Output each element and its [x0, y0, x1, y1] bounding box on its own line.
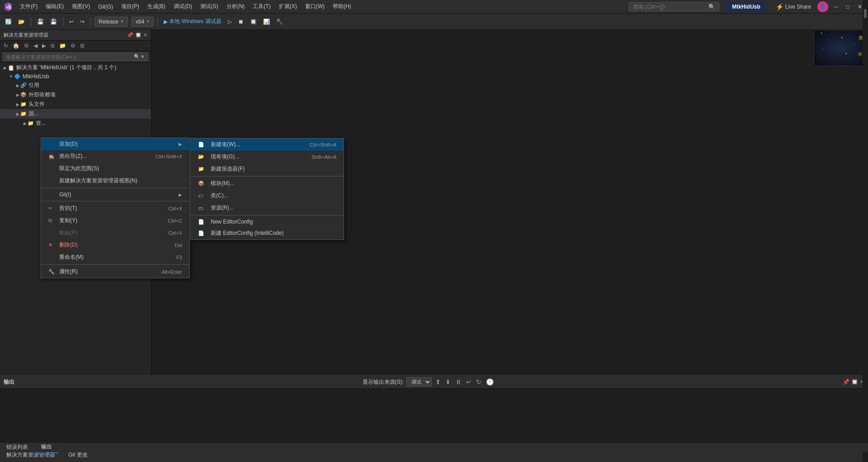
home-icon[interactable]: 🏠: [11, 42, 21, 50]
submenu-resource[interactable]: 🗃 资源(R)...: [191, 202, 344, 214]
menu-item-debug[interactable]: 调试(D): [170, 1, 196, 12]
menu-item-git[interactable]: Git(G): [94, 2, 117, 12]
external-deps-item[interactable]: ▶ 📦 外部依赖项: [0, 90, 151, 100]
output-btn-1[interactable]: ⬆: [434, 377, 442, 386]
menu-item-window[interactable]: 窗口(W): [302, 1, 328, 12]
output-source-select[interactable]: 调试: [406, 377, 432, 386]
toolbar-btn-new[interactable]: 🔄: [3, 17, 14, 26]
submenu-module[interactable]: 📦 模块(M)...: [191, 177, 344, 190]
output-btn-3[interactable]: ⏸: [454, 377, 462, 386]
ctx-item-cut[interactable]: ✂ 剪切(T) Ctrl+X: [41, 202, 189, 214]
maximize-button[interactable]: □: [844, 2, 852, 11]
menu-item-project[interactable]: 项目(P): [118, 1, 143, 12]
output-panel: 输出 显示输出来源(S): 调试 ⬆ ⬇ ⏸ ↵ ↻ 🕐 📌 🔲 ✕: [0, 375, 868, 448]
toolbar-btn-open[interactable]: 📂: [16, 17, 27, 26]
menu-item-view[interactable]: 视图(V): [68, 1, 94, 12]
menu-item-build[interactable]: 生成(B): [144, 1, 169, 12]
menu-item-help[interactable]: 帮助(H): [329, 1, 355, 12]
toolbar-btn-redo[interactable]: ↪: [78, 17, 87, 26]
ctx-item-rename[interactable]: 重命名(M) F2: [41, 251, 189, 263]
header-files-label: 头文件: [28, 100, 45, 108]
properties-icon: 🔧: [48, 269, 57, 275]
ctx-item-add[interactable]: 添加(D) ▶ 📄 新建项(W)... Ctrl+Shift+A 📂 现有项(G…: [41, 138, 189, 150]
submenu-class[interactable]: 🏷 类(C)...: [191, 190, 344, 202]
toolbar-separator-1: [31, 17, 31, 26]
ctx-item-paste[interactable]: 粘贴(P) Ctrl+V: [41, 227, 189, 239]
resource-icon: 🗃: [198, 205, 207, 211]
output-panel-pin-icon[interactable]: 📌: [843, 379, 849, 385]
header-files-item[interactable]: ▶ 📁 头文件: [0, 100, 151, 109]
arch-dropdown[interactable]: x64 ▼: [132, 17, 154, 27]
output-scrollbar[interactable]: [863, 0, 868, 462]
menu-item-analyze[interactable]: 分析(N): [223, 1, 249, 12]
context-menu: 添加(D) ▶ 📄 新建项(W)... Ctrl+Shift+A 📂 现有项(G…: [41, 138, 190, 278]
submenu-new-editorconfig-intellicode[interactable]: 📄 新建 EditorConfig (IntelliCode): [191, 227, 344, 239]
output-panel-dock-icon[interactable]: 🔲: [851, 379, 858, 385]
ctx-item-copy[interactable]: ⧉ 复制(Y) Ctrl+C: [41, 214, 189, 227]
source-files-icon: 📁: [20, 111, 27, 117]
copy-icon[interactable]: ⧉: [49, 42, 57, 50]
source-files-item[interactable]: ▶ 📁 源...: [0, 109, 151, 119]
toolbar-btn-saveall[interactable]: 💾: [48, 17, 59, 26]
solution-root-item[interactable]: ▶ 📋 解决方案 'MtkHidUsb' (1 个项目，共 1 个): [0, 63, 151, 72]
toolbar-btn-save[interactable]: 💾: [35, 17, 46, 26]
external-deps-icon: 📦: [20, 92, 27, 98]
user-avatar[interactable]: 👤: [817, 1, 828, 12]
menu-item-file[interactable]: 文件(F): [16, 1, 41, 12]
editorconfig-icon: 📄: [198, 219, 207, 225]
config-dropdown[interactable]: Release ▼: [94, 17, 128, 27]
toolbar-btn-7[interactable]: 🔨: [274, 17, 285, 26]
references-item[interactable]: ▶ 🔗 引用: [0, 81, 151, 90]
toolbar-btn-6[interactable]: 📊: [261, 17, 272, 26]
tab-error-list[interactable]: 错误列表: [0, 442, 35, 453]
git-arrow-icon: ▶: [179, 192, 182, 197]
minimap: 英 简: [814, 30, 868, 66]
search-input[interactable]: [633, 4, 708, 10]
output-refresh-icon[interactable]: ↻: [475, 377, 482, 386]
references-label: 引用: [28, 81, 39, 89]
submenu-existing-item[interactable]: 📂 现有项(G)... Shift+Alt+A: [191, 151, 344, 163]
output-wrap-icon[interactable]: ↵: [465, 377, 472, 386]
toolbar-btn-5[interactable]: 🔲: [248, 17, 259, 26]
minimize-button[interactable]: ─: [832, 2, 840, 11]
settings-icon[interactable]: ⚙: [69, 42, 77, 50]
liveshare-button[interactable]: ⚡ Live Share: [773, 2, 814, 12]
run-no-debug-button[interactable]: ▷: [226, 17, 234, 26]
sync-icon[interactable]: ↻: [2, 42, 10, 50]
debug-label: 本地 Windows 调试器: [169, 18, 221, 25]
ctx-item-class-wizard[interactable]: 🧙 类向导(Z)... Ctrl+Shift+X: [41, 150, 189, 162]
tab-output[interactable]: 输出: [35, 441, 59, 453]
ctx-item-delete[interactable]: ✕ 删除(D) Del: [41, 239, 189, 251]
menu-item-tools[interactable]: 工具(T): [249, 1, 274, 12]
ctx-item-properties[interactable]: 🔧 属性(R) Alt+Enter: [41, 266, 189, 278]
folder-icon[interactable]: 📁: [57, 42, 68, 50]
project-item[interactable]: ▼ 🔷 MtkHidUsb: [0, 72, 151, 81]
expand-icon[interactable]: ⊞: [78, 42, 86, 50]
menu-item-test[interactable]: 测试(S): [197, 1, 222, 12]
ctx-item-limit-scope[interactable]: 限定为此范围(S): [41, 162, 189, 175]
output-btn-2[interactable]: ⬇: [444, 377, 452, 386]
run-button[interactable]: ▶ 本地 Windows 调试器: [161, 16, 223, 27]
dock-icon[interactable]: 🔲: [135, 32, 142, 38]
stop-debug-button[interactable]: ⏹: [236, 17, 246, 26]
external-deps-arrow-icon: ▶: [16, 93, 19, 97]
toolbar-btn-undo[interactable]: ↩: [67, 17, 76, 26]
resource-files-item[interactable]: ▶ 📁 资...: [0, 119, 151, 128]
output-clock-icon[interactable]: 🕐: [485, 377, 495, 386]
search-icon: 🔍: [708, 4, 715, 10]
solution-search-input[interactable]: [6, 54, 134, 60]
menu-item-extensions[interactable]: 扩展(X): [275, 1, 301, 12]
submenu-new-filter[interactable]: 📁 新建筛选器(F): [191, 163, 344, 175]
pin-icon[interactable]: 📌: [127, 32, 133, 38]
submenu-new-item[interactable]: 📄 新建项(W)... Ctrl+Shift+A: [191, 138, 344, 151]
ctx-item-new-view[interactable]: 新建解决方案资源管理器视图(N): [41, 175, 189, 187]
project-icon: 🔷: [14, 73, 21, 80]
submenu-new-editorconfig[interactable]: 📄 New EditorConfig: [191, 216, 344, 227]
ctx-item-git[interactable]: Git(I) ▶: [41, 189, 189, 200]
menu-item-edit[interactable]: 编辑(E): [42, 1, 67, 12]
panel-close-icon[interactable]: ✕: [143, 32, 147, 38]
filter-icon[interactable]: ⚙: [22, 42, 31, 50]
next-icon[interactable]: ▶: [40, 42, 48, 50]
prev-icon[interactable]: ◀: [32, 42, 39, 50]
resource-files-label: 资...: [36, 119, 46, 127]
